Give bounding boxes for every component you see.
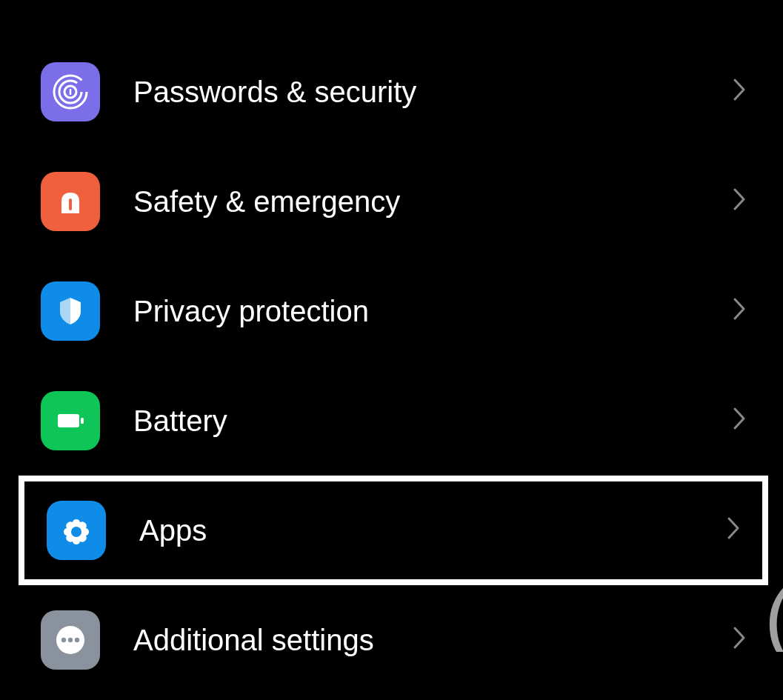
more-icon: [41, 610, 100, 670]
fingerprint-icon: [41, 62, 100, 121]
battery-icon: [41, 391, 100, 450]
emergency-icon: [41, 172, 100, 231]
chevron-right-icon: [727, 516, 740, 545]
settings-item-passwords-security[interactable]: Passwords & security: [41, 37, 753, 147]
settings-item-label: Apps: [139, 514, 727, 547]
settings-item-label: Battery: [133, 404, 733, 438]
svg-point-7: [71, 527, 81, 537]
settings-item-label: Privacy protection: [133, 295, 733, 328]
chevron-right-icon: [733, 78, 746, 107]
apps-icon: [47, 501, 106, 560]
svg-rect-6: [81, 418, 84, 424]
settings-item-battery[interactable]: Battery: [41, 366, 753, 476]
settings-item-label: Additional settings: [133, 624, 733, 657]
settings-item-additional-settings[interactable]: Additional settings: [41, 585, 753, 695]
settings-item-apps[interactable]: Apps: [19, 476, 768, 585]
svg-rect-5: [58, 414, 79, 427]
chevron-right-icon: [733, 187, 746, 216]
settings-item-label: Safety & emergency: [133, 185, 733, 219]
svg-point-11: [75, 638, 79, 642]
svg-point-10: [68, 638, 73, 642]
shield-icon: [41, 281, 100, 341]
settings-item-privacy-protection[interactable]: Privacy protection: [41, 256, 753, 366]
settings-list: Passwords & security Safety & emergency …: [0, 0, 783, 695]
chevron-right-icon: [733, 626, 746, 655]
chevron-right-icon: [733, 407, 746, 436]
chevron-right-icon: [733, 297, 746, 326]
settings-item-safety-emergency[interactable]: Safety & emergency: [41, 147, 753, 256]
svg-point-9: [61, 638, 66, 642]
scrollbar-indicator[interactable]: (: [764, 581, 783, 652]
settings-item-label: Passwords & security: [133, 76, 733, 109]
